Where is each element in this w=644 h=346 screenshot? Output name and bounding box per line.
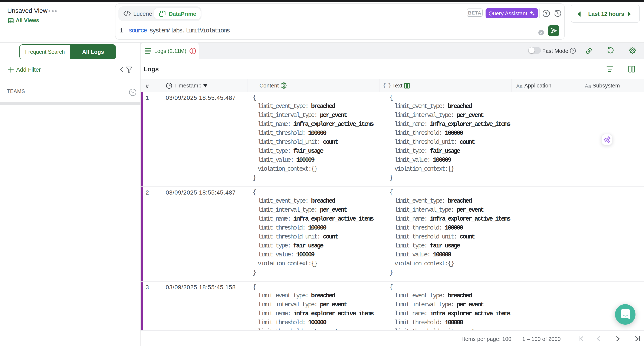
svg-text:?: ? (572, 49, 574, 53)
svg-text:?: ? (545, 11, 548, 16)
